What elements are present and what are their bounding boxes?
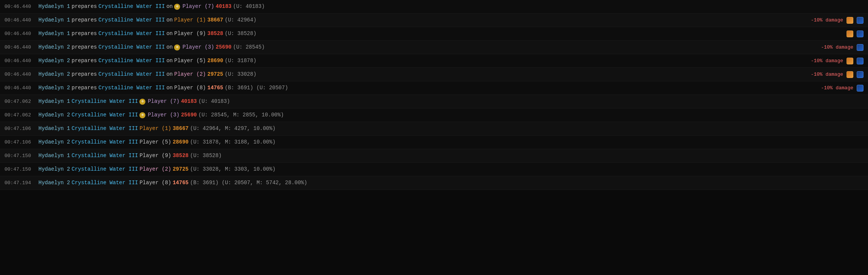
skill-name: Crystalline Water III: [72, 165, 138, 173]
player-name: Player (3): [182, 43, 214, 51]
log-row: 00:46.440Hydaelyn 2 prepares Crystalline…: [0, 41, 868, 54]
damage-value: 25690: [216, 43, 232, 51]
log-suffix: -10% damage: [811, 71, 863, 78]
plain-gray-text: (U: 31878, M: 3188, 10.00%): [190, 138, 275, 146]
plain-text: on: [167, 3, 173, 11]
skill-name: Crystalline Water III: [98, 30, 165, 38]
timestamp: 00:46.440: [5, 17, 38, 23]
damage-value: 14765: [208, 84, 223, 92]
plain-gray-text: (B: 3691) (U: 20507): [225, 84, 288, 92]
plain-gray-text: (U: 42964, M: 4297, 10.00%): [190, 125, 275, 133]
log-content: Hydaelyn 2 Crystalline Water III Player …: [38, 138, 863, 146]
source-name: Hydaelyn 2: [38, 111, 70, 119]
plain-gray-text: (U: 33028, M: 3303, 10.00%): [190, 165, 275, 173]
source-name: Hydaelyn 1: [38, 3, 70, 11]
icon-box: [847, 58, 853, 64]
plain-text: on: [167, 84, 173, 92]
plain-text: on: [167, 43, 173, 51]
target-icon: ⊕: [139, 99, 145, 105]
log-content: Hydaelyn 1 Crystalline Water III Player …: [38, 152, 863, 160]
source-name: Hydaelyn 2: [38, 165, 70, 173]
skill-name: Crystalline Water III: [98, 70, 165, 78]
source-name: Hydaelyn 1: [38, 30, 70, 38]
log-row: 00:46.440Hydaelyn 1 prepares Crystalline…: [0, 0, 868, 14]
skill-name: Crystalline Water III: [72, 125, 138, 133]
plain-text: on: [167, 57, 173, 65]
timestamp: 00:47.194: [5, 180, 38, 186]
plain-text: on: [167, 30, 173, 38]
log-suffix: [845, 31, 863, 37]
log-content: Hydaelyn 1 prepares Crystalline Water II…: [38, 3, 863, 11]
plain-text: prepares: [72, 57, 97, 65]
player-name: Player (8): [174, 84, 206, 92]
plain-text: on: [167, 70, 173, 78]
log-content: Hydaelyn 2 Crystalline Water III⊕ Player…: [38, 111, 863, 119]
plain-text: prepares: [72, 43, 97, 51]
skill-name: Crystalline Water III: [72, 152, 138, 160]
player-name: Player (1): [139, 125, 171, 133]
damage-badge: -10% damage: [811, 72, 843, 77]
damage-value: 38528: [173, 152, 188, 160]
skill-name: Crystalline Water III: [72, 138, 138, 146]
timestamp: 00:47.106: [5, 139, 38, 145]
log-content: Hydaelyn 2 prepares Crystalline Water II…: [38, 57, 811, 65]
damage-value: 40183: [181, 98, 197, 105]
player-name: Player (3): [148, 111, 179, 119]
player-name: Player (2): [139, 165, 171, 173]
log-content: Hydaelyn 2 prepares Crystalline Water II…: [38, 43, 821, 51]
timestamp: 00:46.440: [5, 44, 38, 50]
target-icon: ⊕: [174, 44, 180, 50]
player-name: Player (5): [139, 138, 171, 146]
player-name: Player (9): [139, 152, 171, 160]
log-row: 00:47.194Hydaelyn 2 Crystalline Water II…: [0, 176, 868, 190]
player-name: Player (1): [174, 16, 206, 24]
icon-box: [847, 71, 853, 78]
log-row: 00:46.440Hydaelyn 2 prepares Crystalline…: [0, 68, 868, 81]
damage-badge: -10% damage: [811, 58, 843, 64]
log-suffix: -10% damage: [811, 58, 863, 64]
player-name: Player (7): [182, 3, 214, 11]
skill-name: Crystalline Water III: [98, 16, 165, 24]
timestamp: 00:47.062: [5, 99, 38, 104]
plain-gray-text: (U: 38528): [225, 30, 257, 38]
log-suffix: -10% damage: [821, 44, 863, 51]
skill-name: Crystalline Water III: [98, 43, 165, 51]
plain-gray-text: (U: 28545, M: 2855, 10.00%): [198, 111, 284, 119]
timestamp: 00:46.440: [5, 72, 38, 77]
timestamp: 00:47.106: [5, 126, 38, 131]
icon-box: [857, 71, 863, 78]
log-row: 00:47.062Hydaelyn 1 Crystalline Water II…: [0, 95, 868, 108]
log-row: 00:46.440Hydaelyn 2 prepares Crystalline…: [0, 54, 868, 68]
log-row: 00:46.440Hydaelyn 2 prepares Crystalline…: [0, 81, 868, 95]
timestamp: 00:47.150: [5, 167, 38, 172]
log-row: 00:46.440Hydaelyn 1 prepares Crystalline…: [0, 27, 868, 41]
damage-value: 25690: [181, 111, 197, 119]
damage-value: 40183: [216, 3, 232, 11]
damage-badge: -10% damage: [821, 44, 853, 50]
damage-value: 38667: [173, 125, 188, 133]
source-name: Hydaelyn 2: [38, 57, 70, 65]
icon-box: [857, 31, 863, 37]
source-name: Hydaelyn 1: [38, 16, 70, 24]
player-name: Player (9): [174, 30, 206, 38]
log-row: 00:46.440Hydaelyn 1 prepares Crystalline…: [0, 14, 868, 27]
player-name: Player (7): [148, 98, 179, 105]
target-icon: ⊕: [174, 4, 180, 10]
source-name: Hydaelyn 1: [38, 98, 70, 105]
skill-name: Crystalline Water III: [72, 111, 138, 119]
source-name: Hydaelyn 2: [38, 179, 70, 187]
plain-text: prepares: [72, 30, 97, 38]
log-row: 00:47.062Hydaelyn 2 Crystalline Water II…: [0, 108, 868, 122]
source-name: Hydaelyn 2: [38, 70, 70, 78]
skill-name: Crystalline Water III: [98, 84, 165, 92]
target-icon: ⊕: [139, 112, 145, 118]
damage-badge: -10% damage: [811, 17, 843, 23]
log-content: Hydaelyn 1 prepares Crystalline Water II…: [38, 30, 845, 38]
plain-text: prepares: [72, 84, 97, 92]
damage-badge: -10% damage: [821, 85, 853, 91]
damage-value: 28690: [208, 57, 223, 65]
timestamp: 00:46.440: [5, 85, 38, 91]
plain-gray-text: (U: 42964): [225, 16, 257, 24]
log-content: Hydaelyn 1 Crystalline Water III⊕ Player…: [38, 98, 863, 105]
plain-gray-text: (U: 33028): [225, 70, 257, 78]
